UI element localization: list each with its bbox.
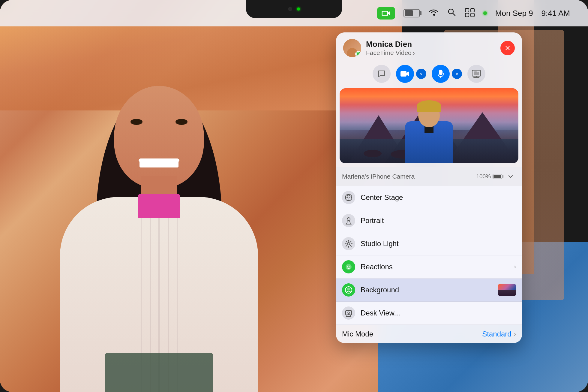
portrait-icon [345,217,352,225]
svg-rect-3 [471,8,474,12]
svg-rect-5 [471,13,474,17]
right-eye [176,119,188,125]
thumb-preview [498,284,516,296]
rock-1 [364,150,382,157]
svg-point-15 [347,195,350,198]
screen-share-icon [472,70,481,78]
background-thumbnail [498,284,516,296]
left-eye [130,119,142,125]
camera-led [297,8,300,11]
camera-icon [400,70,410,77]
preview-head [418,103,440,127]
svg-rect-24 [346,311,352,315]
control-center-icon[interactable] [465,8,475,19]
camera-source-row: Marlena's iPhone Camera 100% [336,167,522,186]
person-area [0,32,330,392]
preview-jacket [405,121,453,163]
svg-point-21 [350,266,350,267]
svg-point-18 [347,243,350,245]
preview-hair [417,100,441,112]
datetime: Mon Sep 9 [495,9,533,18]
center-stage-item[interactable]: Center Stage [336,186,522,209]
desk-view-item[interactable]: Desk View... [336,302,522,325]
camera-dropdown-button[interactable]: ∨ [416,69,426,79]
battery-pct: 100% [476,173,491,180]
close-icon [504,45,511,51]
mic-mode-chevron-icon: › [514,330,516,338]
camera-button[interactable] [396,65,414,83]
studio-light-item[interactable]: Studio Light [336,232,522,255]
svg-rect-6 [400,71,406,77]
small-battery-fill [494,175,501,178]
reactions-item[interactable]: Reactions › [336,255,522,279]
person-face [114,86,204,188]
svg-rect-14 [477,72,479,75]
svg-rect-2 [465,8,469,12]
reactions-icon [345,263,352,271]
menu-bar-right: Mon Sep 9 9:41 AM [377,7,570,20]
expand-button[interactable] [505,171,516,182]
caller-info: Monica Dien FaceTime Video › [366,40,496,56]
center-stage-label: Center Stage [361,193,516,202]
battery-icon [404,9,420,17]
facetime-video-icon [381,8,391,18]
center-stage-icon-bg [342,191,355,204]
mic-mode-row[interactable]: Mic Mode Standard › [336,325,522,343]
undershirt-collar [138,194,180,218]
caller-name: Monica Dien [366,40,496,49]
avatar-inner [343,39,361,57]
portrait-label: Portrait [361,216,516,225]
call-type-chevron: › [413,49,415,56]
svg-point-20 [347,266,348,267]
camera-control-group: ∨ [396,65,426,83]
wifi-icon[interactable] [428,8,439,19]
portrait-icon-bg [342,214,355,227]
mic-dropdown-button[interactable]: ∨ [452,69,462,79]
call-type[interactable]: FaceTime Video › [366,49,496,56]
controls-bar: ∨ ∨ [336,62,522,88]
mic-chevron-icon: ∨ [455,71,458,76]
menu-items-list: Center Stage Portrait [336,186,522,325]
expand-icon [507,173,514,180]
desk-view-icon-bg [342,306,355,320]
preview-person [405,109,453,163]
svg-rect-7 [439,70,442,75]
active-indicator [483,11,487,15]
background-icon [345,286,352,294]
close-button[interactable] [500,41,515,55]
desk-view-label: Desk View... [361,309,516,317]
center-stage-icon [345,194,352,201]
studio-light-label: Studio Light [361,240,516,248]
svg-line-1 [453,13,455,16]
battery-indicator [404,9,420,17]
mic-icon [437,69,444,78]
svg-rect-13 [474,71,477,75]
portrait-item[interactable]: Portrait [336,209,522,232]
battery-tip [502,175,503,178]
studio-light-icon-bg [342,237,355,250]
mic-mode-label: Mic Mode [342,330,482,338]
camera-source-name: Marlena's iPhone Camera [342,173,473,180]
call-type-text: FaceTime Video [366,49,412,56]
camera-notch [246,0,342,18]
mic-button[interactable] [432,65,450,83]
facetime-menu-icon[interactable] [377,7,395,20]
teeth [140,158,178,167]
video-preview [340,88,518,163]
mic-mode-value: Standard [482,330,511,338]
message-button[interactable] [373,65,391,83]
panel-header: Monica Dien FaceTime Video › [336,32,522,62]
svg-point-19 [346,264,352,270]
studio-light-icon [345,240,352,248]
chair [105,353,213,392]
reactions-label: Reactions [361,263,508,271]
small-battery-icon [493,174,502,179]
screen-share-button[interactable] [467,65,485,83]
time: 9:41 AM [542,9,570,18]
mic-control-group: ∨ [432,65,462,83]
background-label: Background [361,286,493,294]
camera-chevron-icon: ∨ [420,71,423,76]
search-icon[interactable] [447,8,456,19]
background-item[interactable]: Background [336,279,522,302]
reactions-chevron-icon: › [514,263,516,271]
